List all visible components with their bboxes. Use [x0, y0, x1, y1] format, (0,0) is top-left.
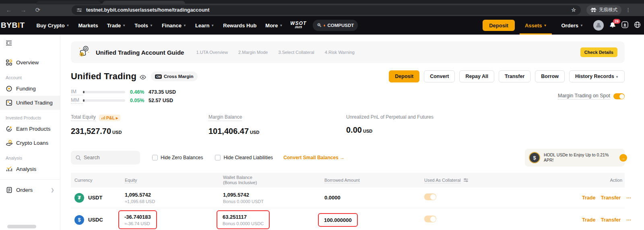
notification-count-badge: 29	[613, 19, 620, 24]
mm-percent: 0.05%	[130, 98, 149, 103]
sidebar-item-crypto-loans[interactable]: Crypto Loans	[0, 136, 60, 150]
asset-search[interactable]	[71, 151, 140, 164]
collapse-sidebar-icon[interactable]	[6, 40, 60, 47]
nav-search[interactable]: 🔍︎ COMPUSDT	[313, 20, 358, 31]
notifications-bell-icon[interactable]: 🔔︎ 29	[609, 22, 616, 29]
unified-trading-icon	[6, 99, 12, 106]
usdc-equity-highlight-box: -36.740183 ≈-36.74 USD	[118, 210, 157, 229]
hide-cleared-liabilities-checkbox[interactable]: Hide Cleared Liabilities	[215, 155, 273, 160]
flame-icon	[324, 23, 325, 28]
hide-balance-eye-icon[interactable]	[140, 75, 146, 80]
profile-avatar[interactable]: 👤︎	[593, 20, 604, 31]
nav-item-buy-crypto[interactable]: Buy Crypto▼	[32, 23, 74, 29]
header-equity[interactable]: Equity	[125, 178, 137, 183]
sidebar-item-unified-trading[interactable]: Unified Trading	[0, 96, 60, 110]
chevron-down-icon: ▼	[122, 24, 126, 27]
collateral-filter-icon[interactable]	[464, 178, 468, 182]
usdt-bonus: Bonus 0.0000 USDT	[223, 199, 324, 204]
chevron-right-icon: ▸	[116, 115, 118, 120]
nav-item-finance[interactable]: Finance▼	[157, 23, 191, 29]
browser-menu-icon[interactable]: ⋮	[625, 7, 631, 13]
sidebar-scroll-thumb[interactable]	[7, 225, 36, 228]
usdt-equity-usd: ≈1,095.68 USD	[125, 199, 223, 204]
margin-mode-badge[interactable]: CM Cross Margin	[151, 72, 197, 81]
bybit-navbar: BYBIT Buy Crypto▼ Markets Trade▼ Tools▼ …	[0, 16, 644, 35]
usde-promo-card[interactable]: $ HODL USDe to Enjoy Up to 0.21% APR! →	[525, 149, 625, 166]
browser-tab[interactable]	[36, 1, 101, 4]
usdc-transfer-link[interactable]: Transfer	[601, 217, 621, 223]
guide-step-4[interactable]: 4.Risk Warning	[325, 50, 355, 55]
usdc-bonus: Bonus 0.0000 USDC	[223, 221, 264, 226]
pnl-badge[interactable]: P&L ▸	[99, 115, 120, 121]
wsot-2025-logo[interactable]: WSOT2025	[290, 21, 306, 29]
convert-small-balances-link[interactable]: Convert Small Balances →	[283, 155, 345, 160]
search-input[interactable]	[84, 155, 132, 160]
margin-balance-label[interactable]: Margin Balance	[208, 114, 242, 121]
nav-item-more[interactable]: More▼	[261, 23, 287, 29]
promo-arrow-icon[interactable]: →	[619, 154, 627, 162]
header-used-as-collateral[interactable]: Used As Collateral	[424, 178, 461, 183]
header-borrowed-amount[interactable]: Borrowed Amount	[324, 178, 359, 183]
table-row-usdc: $ USDC -36.740183 ≈-36.74 USD 63.251117 …	[71, 208, 625, 230]
nav-item-learn[interactable]: Learn▼	[191, 23, 219, 29]
convert-button[interactable]: Convert	[424, 70, 455, 82]
sidebar-item-analysis[interactable]: Analysis	[0, 162, 60, 176]
guide-step-2[interactable]: 2.Margin Mode	[238, 50, 268, 55]
total-equity-label[interactable]: Total Equity	[71, 114, 96, 121]
uta-guide-banner: $ Unified Trading Account Guide 1.UTA Ov…	[71, 41, 625, 63]
search-icon	[76, 155, 81, 160]
usdt-more-actions[interactable]: ⋯	[626, 195, 632, 201]
sidebar-item-orders[interactable]: Orders ❯	[0, 183, 60, 197]
usdc-wallet-balance: 63.251117	[223, 214, 264, 220]
guide-step-1[interactable]: 1.UTA Overview	[196, 50, 228, 55]
repay-all-button[interactable]: Repay All	[459, 70, 494, 82]
usdt-collateral-toggle[interactable]	[424, 193, 436, 200]
hide-zero-balances-checkbox[interactable]: Hide Zero Balances	[152, 155, 203, 160]
margin-balance-stat: Margin Balance 101,406.47USD	[208, 114, 346, 136]
forward-icon[interactable]: →	[19, 6, 28, 13]
chevron-down-icon: ▼	[580, 24, 583, 27]
download-app-icon[interactable]	[621, 21, 628, 29]
history-records-button[interactable]: History Records ▼	[569, 70, 625, 82]
usdt-transfer-link[interactable]: Transfer	[601, 195, 621, 201]
usdc-borrowed[interactable]: 100.000000	[324, 217, 352, 224]
sidebar-section-analysis: Analysis	[0, 150, 60, 162]
deposit-button[interactable]: Deposit	[483, 20, 515, 31]
site-settings-icon[interactable]	[76, 7, 82, 13]
cross-margin-icon: CM	[155, 74, 162, 79]
nav-item-orders[interactable]: Orders▼	[557, 23, 588, 29]
language-globe-icon[interactable]	[634, 21, 641, 29]
nav-item-trade[interactable]: Trade▼	[103, 23, 130, 29]
usdc-more-actions[interactable]: ⋯	[626, 217, 632, 223]
usdc-trade-link[interactable]: Trade	[582, 217, 595, 223]
im-progress-bar	[83, 91, 125, 93]
borrow-button[interactable]: Borrow	[535, 70, 565, 82]
usdt-trade-link[interactable]: Trade	[582, 195, 595, 201]
back-icon[interactable]: ←	[4, 6, 14, 13]
reload-icon[interactable]: ⟳	[33, 6, 43, 14]
header-action: Action	[578, 178, 622, 183]
sidebar-item-overview[interactable]: Overview	[0, 55, 60, 70]
nav-item-markets[interactable]: Markets	[74, 23, 103, 29]
bookmark-star-icon[interactable]: ☆	[571, 7, 576, 13]
transfer-button[interactable]: Transfer	[499, 70, 530, 82]
deposit-action-button[interactable]: Deposit	[389, 70, 419, 82]
checkbox-icon[interactable]	[152, 155, 158, 160]
usdt-wallet-balance: 1,095.5742	[223, 191, 324, 198]
nav-item-assets[interactable]: Assets▼	[520, 16, 551, 35]
bybit-logo[interactable]: BYBIT	[1, 21, 25, 30]
nav-item-tools[interactable]: Tools▼	[130, 23, 157, 29]
check-details-button[interactable]: Check Details	[580, 47, 617, 57]
guide-step-3[interactable]: 3.Select Collateral	[278, 50, 314, 55]
funding-target-icon	[6, 85, 12, 92]
address-bar[interactable]: testnet.bybit.com/user/assets/home/tradi…	[72, 5, 581, 15]
sidebar-item-earn-products[interactable]: Earn Products	[0, 122, 60, 136]
checkbox-icon[interactable]	[215, 155, 221, 160]
usdc-collateral-toggle[interactable]	[424, 216, 436, 222]
sidebar-item-funding[interactable]: Funding	[0, 82, 60, 96]
browser-active-tab[interactable]	[103, 1, 185, 4]
margin-trading-toggle[interactable]	[613, 93, 625, 99]
usdc-wallet-highlight-box: 63.251117 Bonus 0.0000 USDC	[217, 210, 270, 229]
nav-item-rewards-hub[interactable]: Rewards Hub	[219, 23, 261, 29]
sidebar-section-invested-products: Invested Products	[0, 110, 60, 122]
